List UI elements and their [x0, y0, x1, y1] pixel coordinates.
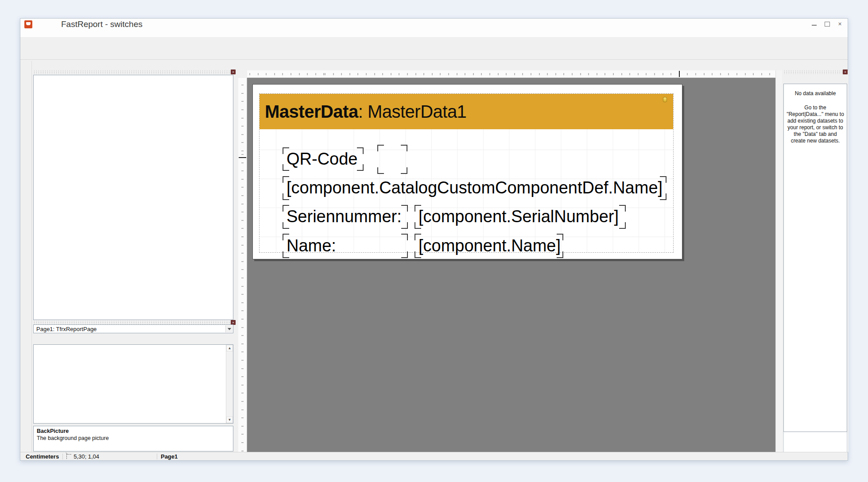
object-selector-combo[interactable]: Page1: TfrxReportPage — [33, 324, 233, 333]
memo-name-value[interactable]: [component.Name] — [415, 234, 563, 258]
fastreport-app-icon — [24, 20, 32, 28]
property-description-title: BackPicture — [37, 428, 230, 434]
close-panel-icon[interactable]: × — [231, 69, 236, 74]
band-title: MasterData: MasterData1 — [265, 102, 466, 122]
maximize-button[interactable] — [824, 21, 830, 27]
property-grid: ▲ ▼ — [33, 344, 233, 424]
status-bar: Centimeters 5,30; 1,04 Page1 — [20, 452, 848, 460]
coordinates-icon — [66, 454, 71, 459]
memo-qr-label[interactable]: QR-Code — [283, 147, 364, 171]
band-content[interactable]: QR-Code [component.CatalogCustomComponen… — [260, 129, 673, 252]
horizontal-ruler — [247, 70, 775, 78]
object-toolbar — [20, 61, 32, 452]
memo-name-label[interactable]: Name: — [283, 234, 408, 258]
report-page[interactable]: MasterData: MasterData1 QR-Code [compone — [252, 84, 682, 259]
scroll-down-icon[interactable]: ▼ — [226, 416, 233, 423]
close-panel-icon[interactable]: × — [843, 69, 848, 74]
masterdata-band-header[interactable]: MasterData: MasterData1 — [260, 94, 673, 129]
data-panel-options — [783, 432, 847, 452]
vertical-ruler — [238, 78, 247, 452]
property-description: BackPicture The background page picture — [33, 426, 233, 451]
data-tree-panel: × No data available Go to the "Report|Da… — [783, 70, 849, 452]
current-page-indicator: Page1 — [161, 453, 178, 460]
ruler-corner — [238, 70, 247, 78]
report-tree-panel: × × Page1: TfrxReportPage ▲ ▼ BackPictur… — [32, 70, 236, 452]
masterdata-band[interactable]: MasterData: MasterData1 QR-Code [compone — [259, 93, 674, 253]
qr-code-object[interactable] — [377, 145, 407, 174]
property-grid-scrollbar[interactable]: ▲ ▼ — [226, 345, 233, 423]
qr-code-image — [380, 147, 405, 172]
object-selector-value: Page1: TfrxReportPage — [36, 326, 97, 332]
data-panel-content: No data available Go to the "Report|Data… — [783, 84, 847, 432]
title-bar: FastReport - switches × — [20, 19, 848, 30]
memo-serial-label[interactable]: Seriennummer: — [283, 205, 408, 229]
ruler-position-marker — [679, 71, 680, 77]
fastreport-window: FastReport - switches × × × Page1: TfrxR… — [20, 18, 848, 461]
data-panel-grip[interactable]: × — [783, 70, 848, 74]
cursor-coordinates: 5,30; 1,04 — [74, 453, 99, 460]
no-data-text: Go to the "Report|Data..." menu to add e… — [787, 104, 844, 144]
tree-panel-grip[interactable]: × — [33, 70, 236, 74]
design-canvas[interactable]: MasterData: MasterData1 QR-Code [compone — [247, 78, 775, 452]
chevron-down-icon[interactable] — [225, 325, 232, 332]
inspector-grip[interactable]: × — [33, 321, 236, 324]
window-title: FastReport - switches — [61, 19, 143, 29]
scroll-up-icon[interactable]: ▲ — [226, 345, 233, 351]
units-indicator: Centimeters — [26, 453, 59, 460]
property-description-text: The background page picture — [37, 435, 109, 441]
minimize-button[interactable] — [811, 21, 818, 27]
memo-catalog-name[interactable]: [component.CatalogCustomComponentDef.Nam… — [283, 176, 666, 200]
no-data-title: No data available — [787, 90, 844, 96]
dataset-icon — [663, 97, 667, 102]
report-tree — [33, 75, 233, 320]
memo-serial-value[interactable]: [component.SerialNumber] — [415, 205, 626, 229]
ruler-position-marker — [239, 157, 246, 158]
close-button[interactable]: × — [837, 21, 843, 27]
menu-bar — [20, 30, 848, 38]
canvas-scroll-strip[interactable] — [775, 70, 782, 452]
toolbar-area — [20, 38, 848, 60]
